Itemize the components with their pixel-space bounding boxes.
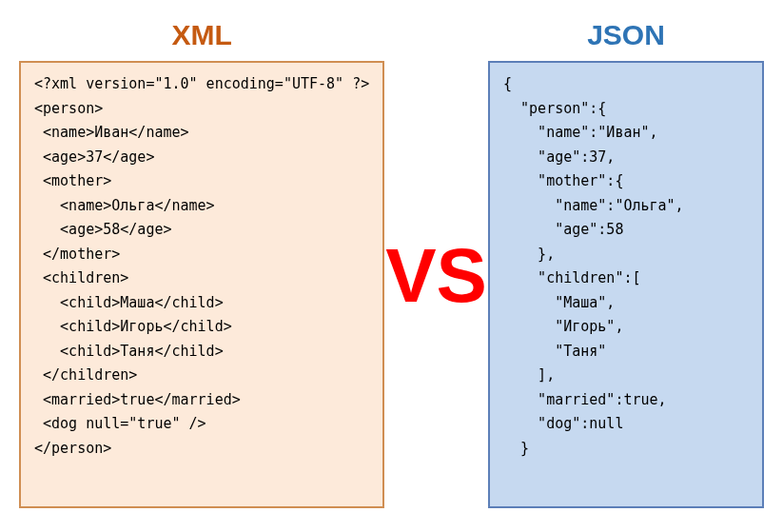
xml-code-box: <?xml version="1.0" encoding="UTF-8" ?> … [19,61,384,508]
xml-heading: XML [171,19,231,51]
json-column: JSON { "person":{ "name":"Иван", "age":3… [488,19,764,513]
vs-column: VS [384,19,488,513]
json-code-box: { "person":{ "name":"Иван", "age":37, "m… [488,61,764,508]
xml-column: XML <?xml version="1.0" encoding="UTF-8"… [19,19,384,513]
json-heading: JSON [587,19,665,51]
vs-label: VS [385,238,487,314]
comparison-container: XML <?xml version="1.0" encoding="UTF-8"… [19,19,764,513]
